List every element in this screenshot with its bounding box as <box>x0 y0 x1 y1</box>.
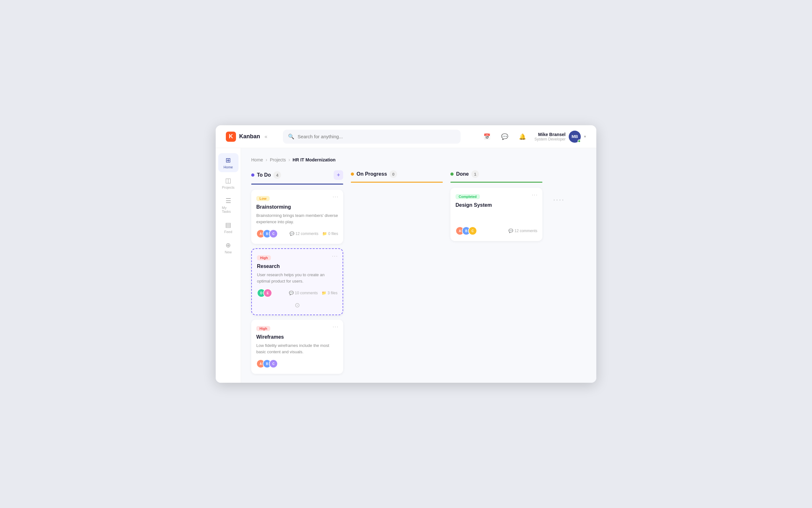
home-icon: ⊞ <box>226 156 231 164</box>
user-role: System Developer <box>534 137 566 141</box>
breadcrumb-projects[interactable]: Projects <box>270 157 286 162</box>
column-bar-todo <box>251 183 343 184</box>
online-indicator <box>578 139 581 143</box>
column-title-on-progress: On Progress <box>357 171 387 177</box>
card-menu-research[interactable]: ··· <box>332 253 338 259</box>
breadcrumb-sep-1: › <box>266 157 267 163</box>
comment-icon-brainstorming: 💬 <box>290 231 294 236</box>
chat-button[interactable]: 💬 <box>499 131 510 142</box>
chevron-down-icon: ▾ <box>584 134 586 139</box>
sidebar-item-projects[interactable]: ◫ Projects <box>218 173 239 193</box>
card-footer-research: D E 💬 10 comments 📁 3 files <box>257 289 337 297</box>
avatar-d3: C <box>468 226 477 235</box>
column-done: Done 1 Completed ··· Design System <box>450 170 542 246</box>
column-title-todo: To Do <box>257 172 271 178</box>
comment-icon-research: 💬 <box>289 291 294 295</box>
card-menu-design-system[interactable]: ··· <box>532 192 538 198</box>
card-avatars-research: D E <box>257 289 272 297</box>
sidebar-item-my-tasks[interactable]: ☰ My Tasks <box>218 194 239 217</box>
card-priority-wireframes: High <box>256 326 270 331</box>
avatar: MB <box>569 131 581 143</box>
feed-icon: ▤ <box>225 221 231 228</box>
card-meta-design-system: 💬 12 comments <box>509 228 537 233</box>
card-menu-wireframes[interactable]: ··· <box>333 324 339 330</box>
search-bar[interactable]: 🔍 <box>283 130 460 144</box>
user-info: Mike Bransel System Developer <box>534 132 566 141</box>
card-desc-brainstorming: Brainstorming brings team members' diver… <box>256 212 338 225</box>
card-desc-design-system <box>455 211 537 222</box>
calendar-button[interactable]: 📅 <box>481 131 493 142</box>
card-title-brainstorming: Brainstorming <box>256 204 338 210</box>
breadcrumb-current: HR IT Modernization <box>293 157 335 162</box>
comment-count-design-system: 💬 12 comments <box>509 228 537 233</box>
column-header-on-progress: On Progress 0 <box>351 170 443 178</box>
card-research: High ··· Research User research helps yo… <box>251 248 343 315</box>
card-title-wireframes: Wireframes <box>256 334 338 340</box>
user-name: Mike Bransel <box>534 132 566 137</box>
column-header-todo: To Do 4 + <box>251 170 343 180</box>
card-title-research: Research <box>257 263 337 269</box>
card-footer-wireframes: A B C <box>256 359 338 368</box>
card-avatars-brainstorming: A B C <box>256 229 278 238</box>
content-area: Home › Projects › HR IT Modernization To… <box>241 148 596 383</box>
file-icon-brainstorming: 📁 <box>322 231 327 236</box>
logo-area: K Kanban « <box>226 132 270 142</box>
card-priority-brainstorming: Low <box>256 196 270 201</box>
notification-button[interactable]: 🔔 <box>517 131 528 142</box>
card-desc-research: User research helps you to create an opt… <box>257 272 337 284</box>
column-header-done: Done 1 <box>450 170 542 178</box>
column-title-area-on-progress: On Progress 0 <box>351 170 397 178</box>
breadcrumb-home[interactable]: Home <box>251 157 263 162</box>
column-count-done: 1 <box>471 170 479 178</box>
main-layout: ⊞ Home ◫ Projects ☰ My Tasks ▤ Feed ⊕ Ne… <box>216 148 596 383</box>
search-icon: 🔍 <box>288 133 294 139</box>
card-footer-design-system: A B C 💬 12 comments <box>455 226 537 235</box>
card-desc-wireframes: Low fidelity wireframes include the most… <box>256 342 338 355</box>
column-dot-todo <box>251 173 254 177</box>
tasks-icon: ☰ <box>226 197 231 205</box>
card-footer-brainstorming: A B C 💬 12 comments 📁 <box>256 229 338 238</box>
card-brainstorming: Low ··· Brainstorming Brainstorming brin… <box>251 189 343 244</box>
projects-icon: ◫ <box>225 177 231 184</box>
card-avatars-design-system: A B C <box>455 226 477 235</box>
avatar-5: E <box>263 289 272 297</box>
comment-icon-design-system: 💬 <box>509 228 513 233</box>
file-count-brainstorming: 📁 0 files <box>322 231 338 236</box>
column-on-progress: On Progress 0 <box>351 170 443 188</box>
avatar-w3: C <box>269 359 278 368</box>
sidebar-item-new[interactable]: ⊕ New <box>218 238 239 257</box>
column-count-todo: 4 <box>274 171 281 179</box>
card-meta-brainstorming: 💬 12 comments 📁 0 files <box>290 231 338 236</box>
comment-count-research: 💬 10 comments <box>289 291 318 295</box>
card-wireframes: High ··· Wireframes Low fidelity wirefra… <box>251 320 343 374</box>
file-icon-research: 📁 <box>322 291 326 295</box>
drag-handle-research[interactable]: ⊙ <box>257 301 337 309</box>
more-columns-button[interactable]: ···· <box>550 189 568 210</box>
breadcrumb: Home › Projects › HR IT Modernization <box>251 157 586 163</box>
column-title-area-todo: To Do 4 <box>251 171 281 179</box>
app-name: Kanban <box>239 133 260 140</box>
file-count-research: 📁 3 files <box>322 291 337 295</box>
card-menu-brainstorming[interactable]: ··· <box>333 194 339 200</box>
column-bar-done <box>450 182 542 183</box>
topbar-right: 📅 💬 🔔 Mike Bransel System Developer MB ▾ <box>481 131 586 143</box>
collapse-icon[interactable]: « <box>265 134 268 139</box>
sidebar: ⊞ Home ◫ Projects ☰ My Tasks ▤ Feed ⊕ Ne… <box>216 148 241 383</box>
search-input[interactable] <box>297 134 455 139</box>
card-priority-design-system: Completed <box>455 194 480 199</box>
topbar: K Kanban « 🔍 📅 💬 🔔 Mike Bransel System D… <box>216 125 596 148</box>
column-dot-done <box>450 172 454 176</box>
new-icon: ⊕ <box>226 241 231 249</box>
user-area[interactable]: Mike Bransel System Developer MB ▾ <box>534 131 586 143</box>
logo-icon: K <box>226 132 236 142</box>
column-dot-on-progress <box>351 172 354 176</box>
card-meta-research: 💬 10 comments 📁 3 files <box>289 291 337 295</box>
card-title-design-system: Design System <box>455 202 537 208</box>
column-title-area-done: Done 1 <box>450 170 479 178</box>
avatar-3: C <box>269 229 278 238</box>
card-avatars-wireframes: A B C <box>256 359 278 368</box>
sidebar-item-feed[interactable]: ▤ Feed <box>218 218 239 237</box>
breadcrumb-sep-2: › <box>288 157 290 163</box>
add-todo-button[interactable]: + <box>334 170 343 180</box>
sidebar-item-home[interactable]: ⊞ Home <box>218 153 239 172</box>
